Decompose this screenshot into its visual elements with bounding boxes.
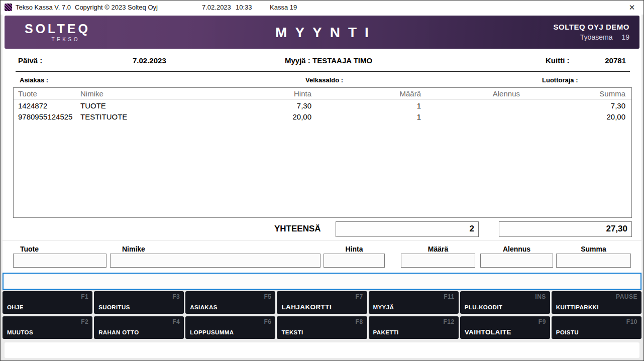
table-row[interactable]: 9780955124525 TESTITUOTE 20,00 1 20,00 (14, 111, 631, 122)
entry-label-hinta: Hinta (324, 245, 385, 253)
button-fkey: PAUSE (616, 293, 637, 300)
muutos-button[interactable]: MUUTOS F2 (3, 316, 92, 339)
header-company-block: SOLTEQ OYJ DEMO Työasema19 (554, 23, 629, 41)
alennus-input[interactable] (480, 254, 553, 268)
button-fkey: F10 (626, 318, 637, 325)
button-label: ASIAKAS (190, 304, 218, 310)
button-fkey: F11 (444, 293, 455, 300)
button-fkey: F5 (264, 293, 271, 300)
credit-limit-label: Luottoraja : (542, 76, 578, 84)
poistu-button[interactable]: POISTU F10 (552, 316, 641, 339)
button-fkey: F3 (172, 293, 180, 300)
button-label: OHJE (7, 304, 24, 310)
titlebar[interactable]: Tekso Kassa V. 7.0 Copyright © 2023 Solt… (1, 1, 643, 15)
maara-input[interactable] (401, 254, 475, 268)
col-header-alennus: Alennus (421, 89, 520, 98)
col-header-summa: Summa (520, 89, 631, 98)
items-table: Tuote Nimike Hinta Määrä Alennus Summa 1… (13, 87, 632, 218)
button-label: VAIHTOLAITE (465, 328, 511, 336)
rahan-otto-button[interactable]: RAHAN OTTO F4 (94, 316, 184, 339)
entry-label-summa: Summa (556, 245, 631, 253)
cell-hinta: 7,30 (196, 101, 311, 110)
button-label: LOPPUSUMMA (190, 329, 234, 335)
col-header-tuote: Tuote (14, 89, 80, 98)
suoritus-button[interactable]: SUORITUS F3 (94, 291, 184, 314)
button-label: PAKETTI (373, 329, 399, 335)
nimike-input[interactable] (110, 254, 320, 268)
entry-label-nimike: Nimike (110, 245, 320, 253)
receipt-label: Kuitti : (546, 56, 569, 65)
hinta-input[interactable] (324, 254, 385, 268)
total-quantity-field: 2 (336, 221, 479, 237)
kuittiparkki-button[interactable]: KUITTIPARKKI PAUSE (552, 291, 641, 314)
cell-tuote: 9780955124525 (14, 112, 80, 121)
cell-tuote: 1424872 (14, 101, 80, 110)
cell-nimike: TUOTE (80, 101, 196, 110)
tuote-input[interactable] (13, 254, 106, 268)
button-label: MUUTOS (7, 329, 33, 335)
entry-label-tuote: Tuote (13, 245, 106, 253)
seller-value: TESTAAJA TIMO (312, 56, 372, 65)
command-input[interactable] (3, 273, 641, 290)
button-label: MYYJÄ (373, 304, 394, 310)
date-value: 7.02.2023 (133, 56, 166, 65)
date-label: Päivä : (18, 56, 42, 65)
divider-line (16, 71, 630, 72)
button-label: POISTU (556, 329, 579, 335)
button-fkey: F2 (81, 318, 88, 325)
seller-label: Myyjä : (285, 56, 310, 65)
receipt-number: 20781 (583, 56, 626, 65)
paketti-button[interactable]: PAKETTI F12 (369, 316, 459, 339)
entry-label-maara: Määrä (401, 245, 475, 253)
entry-label-alennus: Alennus (480, 245, 553, 253)
button-fkey: F7 (356, 293, 363, 300)
titlebar-register: Kassa 19 (270, 4, 297, 11)
col-header-maara: Määrä (311, 89, 421, 98)
myyja-button[interactable]: MYYJÄ F11 (369, 291, 459, 314)
button-label: RAHAN OTTO (98, 329, 139, 335)
vaihtolaite-button[interactable]: VAIHTOLAITE F9 (460, 316, 550, 339)
button-fkey: F8 (356, 318, 363, 325)
button-fkey: F1 (81, 293, 88, 300)
button-fkey: INS (535, 293, 546, 300)
summa-input[interactable] (556, 254, 631, 268)
loppusumma-button[interactable]: LOPPUSUMMA F6 (185, 316, 275, 339)
button-label: KUITTIPARKKI (556, 304, 599, 310)
total-sum-field: 27,30 (499, 221, 632, 237)
button-label: TEKSTI (281, 329, 303, 335)
plu-koodit-button[interactable]: PLU-KOODIT INS (460, 291, 550, 314)
teksti-button[interactable]: TEKSTI F8 (277, 316, 367, 339)
table-header-row: Tuote Nimike Hinta Määrä Alennus Summa (14, 88, 631, 100)
button-fkey: F12 (444, 318, 455, 325)
titlebar-date: 7.02.2023 (202, 4, 231, 11)
table-row[interactable]: 1424872 TUOTE 7,30 1 7,30 (14, 100, 631, 111)
status-strip (5, 342, 639, 358)
cell-hinta: 20,00 (196, 112, 311, 121)
ohje-button[interactable]: OHJE F1 (3, 291, 92, 314)
button-fkey: F6 (264, 318, 271, 325)
workstation-label: Työasema (580, 33, 613, 41)
button-fkey: F4 (172, 318, 180, 325)
section-divider (3, 240, 641, 241)
close-icon[interactable]: ✕ (626, 3, 637, 13)
copyright-text: Copyright © 2023 Solteq Oyj (75, 4, 158, 11)
lahjakortti-button[interactable]: LAHJAKORTTI F7 (277, 291, 367, 314)
asiakas-button[interactable]: ASIAKAS F5 (185, 291, 275, 314)
total-label: YHTEENSÄ (274, 224, 321, 234)
debt-balance-label: Velkasaldo : (305, 76, 343, 84)
seller: Myyjä : TESTAAJA TIMO (285, 56, 372, 65)
button-label: LAHJAKORTTI (281, 303, 332, 311)
company-name: SOLTEQ OYJ DEMO (554, 23, 629, 31)
app-icon (5, 4, 12, 11)
cell-maara: 1 (311, 112, 421, 121)
workstation-value: 19 (621, 33, 629, 41)
cell-nimike: TESTITUOTE (80, 112, 196, 121)
cell-summa: 7,30 (520, 101, 631, 110)
workstation: Työasema19 (554, 33, 629, 41)
pos-window: Tekso Kassa V. 7.0 Copyright © 2023 Solt… (0, 0, 644, 361)
button-label: SUORITUS (98, 304, 130, 310)
sale-header: SOLTEQ TEKSO MYYNTI SOLTEQ OYJ DEMO Työa… (5, 16, 639, 49)
button-label: PLU-KOODIT (465, 304, 503, 310)
function-button-grid: OHJE F1 SUORITUS F3 ASIAKAS F5 LAHJAKORT… (3, 291, 641, 339)
customer-label: Asiakas : (20, 76, 48, 84)
